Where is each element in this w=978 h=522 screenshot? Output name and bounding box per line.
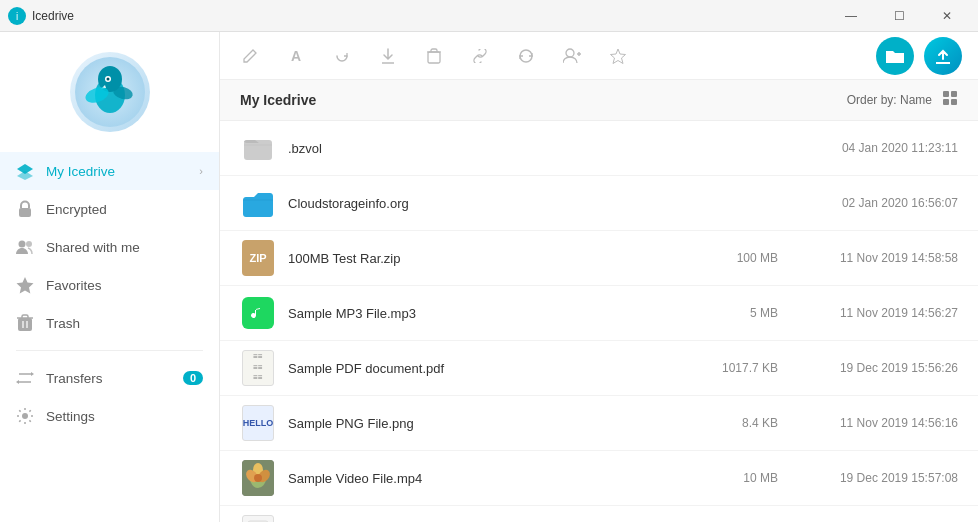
minimize-button[interactable]: — [828, 0, 874, 32]
gear-icon [16, 407, 34, 425]
file-size: 10 MB [688, 471, 778, 485]
text-icon: A [291, 48, 301, 64]
app-logo-icon: i [8, 7, 26, 25]
sidebar-item-label: My Icedrive [46, 164, 115, 179]
table-row[interactable]: Cloudstorageinfo.org 02 Jan 2020 16:56:0… [220, 176, 978, 231]
sidebar-logo-area [0, 42, 219, 152]
add-user-button[interactable] [558, 42, 586, 70]
file-date: 04 Jan 2020 11:23:11 [798, 141, 958, 155]
table-row[interactable]: Sample MP3 File.mp3 5 MB 11 Nov 2019 14:… [220, 286, 978, 341]
file-list-header-right: Order by: Name [847, 90, 958, 110]
file-list: .bzvol 04 Jan 2020 11:23:11 Cloudstorage… [220, 121, 978, 522]
transfers-badge: 0 [183, 371, 203, 385]
file-icon [240, 515, 276, 522]
docx-icon [242, 515, 274, 522]
close-button[interactable]: ✕ [924, 0, 970, 32]
transfers-icon [16, 369, 34, 387]
sidebar-item-label: Settings [46, 409, 95, 424]
file-icon: ≡≡≡≡≡≡ [240, 350, 276, 386]
file-size: 1017.7 KB [688, 361, 778, 375]
sidebar-item-encrypted[interactable]: Encrypted [0, 190, 219, 228]
svg-point-28 [566, 49, 574, 57]
nav-divider [16, 350, 203, 351]
sidebar-item-label: Favorites [46, 278, 102, 293]
sidebar-item-my-icedrive[interactable]: My Icedrive › [0, 152, 219, 190]
file-name: Sample MP3 File.mp3 [288, 306, 688, 321]
file-name: Cloudstorageinfo.org [288, 196, 688, 211]
svg-rect-33 [943, 91, 949, 97]
table-row[interactable]: HELLO Sample PNG File.png 8.4 KB 11 Nov … [220, 396, 978, 451]
rotate-button[interactable] [328, 42, 356, 70]
sidebar-item-favorites[interactable]: Favorites [0, 266, 219, 304]
table-row[interactable]: Sample Video File.mp4 10 MB 19 Dec 2019 … [220, 451, 978, 506]
users-icon [16, 238, 34, 256]
sidebar: My Icedrive › Encrypted [0, 32, 220, 522]
delete-button[interactable] [420, 42, 448, 70]
svg-point-14 [26, 241, 32, 247]
file-date: 19 Dec 2019 15:56:26 [798, 361, 958, 375]
download-button[interactable] [374, 42, 402, 70]
svg-marker-11 [17, 171, 33, 180]
file-list-header: My Icedrive Order by: Name [220, 80, 978, 121]
content-area: A [220, 32, 978, 522]
file-icon: ZIP [240, 240, 276, 276]
edit-button[interactable] [236, 42, 264, 70]
svg-point-7 [106, 78, 109, 81]
trash-icon [16, 314, 34, 332]
sidebar-item-label: Shared with me [46, 240, 140, 255]
svg-marker-15 [17, 277, 34, 294]
pdf-icon: ≡≡≡≡≡≡ [242, 350, 274, 386]
svg-rect-34 [951, 91, 957, 97]
svg-text:i: i [16, 11, 18, 22]
table-row[interactable]: ≡≡≡≡≡≡ Sample PDF document.pdf 1017.7 KB… [220, 341, 978, 396]
svg-rect-26 [428, 52, 440, 63]
zip-icon: ZIP [242, 240, 274, 276]
grid-view-button[interactable] [942, 90, 958, 110]
maximize-button[interactable]: ☐ [876, 0, 922, 32]
sidebar-item-transfers[interactable]: Transfers 0 [0, 359, 219, 397]
main-layout: My Icedrive › Encrypted [0, 32, 978, 522]
file-name: Sample Video File.mp4 [288, 471, 688, 486]
sidebar-item-shared-with-me[interactable]: Shared with me [0, 228, 219, 266]
app-title: Icedrive [32, 9, 74, 23]
table-row[interactable]: ZIP 100MB Test Rar.zip 100 MB 11 Nov 201… [220, 231, 978, 286]
table-row[interactable]: Sample Word Document.docx 11.3 KB 19 Dec… [220, 506, 978, 522]
link-button[interactable] [466, 42, 494, 70]
upload-button[interactable] [924, 37, 962, 75]
file-list-title: My Icedrive [240, 92, 316, 108]
toolbar-right [876, 37, 962, 75]
svg-rect-35 [943, 99, 949, 105]
file-icon: HELLO [240, 405, 276, 441]
file-size: 8.4 KB [688, 416, 778, 430]
titlebar-left: i Icedrive [8, 7, 74, 25]
file-name: Sample PNG File.png [288, 416, 688, 431]
sidebar-item-trash[interactable]: Trash [0, 304, 219, 342]
sidebar-logo [70, 52, 150, 132]
mp3-icon [242, 297, 274, 329]
file-icon [240, 185, 276, 221]
window-controls: — ☐ ✕ [828, 0, 970, 32]
refresh-button[interactable] [512, 42, 540, 70]
sidebar-item-settings[interactable]: Settings [0, 397, 219, 435]
lock-icon [16, 200, 34, 218]
table-row[interactable]: .bzvol 04 Jan 2020 11:23:11 [220, 121, 978, 176]
svg-rect-12 [19, 208, 31, 217]
open-folder-button[interactable] [876, 37, 914, 75]
svg-marker-21 [31, 372, 34, 376]
titlebar: i Icedrive — ☐ ✕ [0, 0, 978, 32]
file-icon [240, 460, 276, 496]
file-name: 100MB Test Rar.zip [288, 251, 688, 266]
file-name: Sample PDF document.pdf [288, 361, 688, 376]
sidebar-item-label: Trash [46, 316, 80, 331]
favorite-button[interactable] [604, 42, 632, 70]
text-button[interactable]: A [282, 42, 310, 70]
file-date: 11 Nov 2019 14:56:16 [798, 416, 958, 430]
file-date: 11 Nov 2019 14:58:58 [798, 251, 958, 265]
toolbar: A [220, 32, 978, 80]
layers-icon [16, 162, 34, 180]
toolbar-left: A [236, 42, 632, 70]
file-date: 19 Dec 2019 15:57:08 [798, 471, 958, 485]
png-icon: HELLO [242, 405, 274, 441]
order-by-label: Order by: Name [847, 93, 932, 107]
svg-marker-31 [611, 49, 626, 64]
